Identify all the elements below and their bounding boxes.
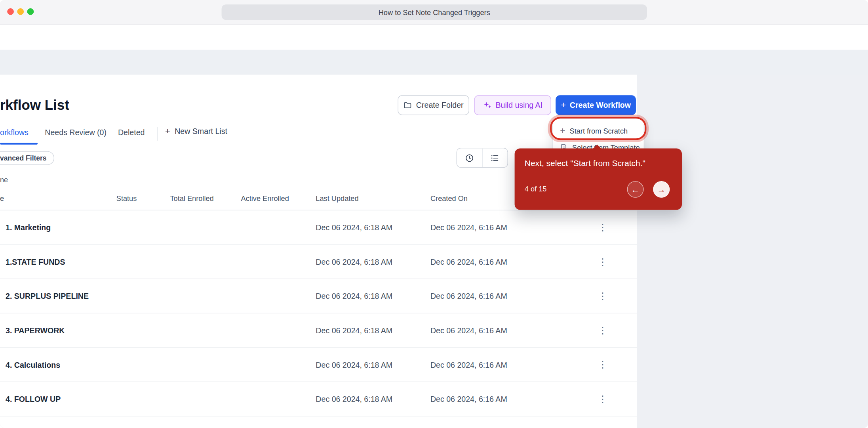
advanced-filters-button[interactable]: vanced Filters <box>0 151 54 165</box>
list-view-button[interactable] <box>482 148 507 167</box>
create-workflow-label: Create Workflow <box>570 101 631 109</box>
workflow-name[interactable]: 1.STATE FUNDS <box>6 257 65 266</box>
column-header-name[interactable]: e <box>0 194 4 203</box>
tooltip-caret <box>593 145 602 149</box>
zoom-window-button[interactable] <box>27 8 34 15</box>
workflow-last-updated: Dec 06 2024, 6:18 AM <box>316 223 392 231</box>
clock-icon <box>465 153 474 162</box>
list-icon <box>490 153 500 162</box>
workflow-last-updated: Dec 06 2024, 6:18 AM <box>316 360 392 369</box>
column-header-total-enrolled[interactable]: Total Enrolled <box>170 194 213 203</box>
view-toggle-group <box>457 148 508 168</box>
create-folder-button[interactable]: Create Folder <box>398 95 469 115</box>
row-menu-button[interactable]: ⋮ <box>594 223 612 232</box>
workflow-name[interactable]: 4. FOLLOW UP <box>6 395 61 403</box>
plus-icon: + <box>560 126 565 135</box>
build-using-ai-button[interactable]: Build using AI <box>474 95 551 115</box>
tab-divider <box>157 127 158 141</box>
workflow-last-updated: Dec 06 2024, 6:18 AM <box>316 395 392 403</box>
minimize-window-button[interactable] <box>17 8 24 15</box>
workflow-name[interactable]: 3. PAPERWORK <box>6 326 65 334</box>
start-from-scratch-label: Start from Scratch <box>570 126 628 135</box>
create-workflow-button[interactable]: + Create Workflow <box>556 95 636 115</box>
plus-icon: + <box>165 127 170 136</box>
workflow-created-on: Dec 06 2024, 6:16 AM <box>430 257 507 266</box>
column-header-active-enrolled[interactable]: Active Enrolled <box>241 194 289 203</box>
tooltip-next-button[interactable]: → <box>653 181 670 198</box>
window-title: How to Set Note Changed Triggers <box>222 4 647 20</box>
row-menu-button[interactable]: ⋮ <box>594 360 612 369</box>
workflow-table-body: 1. Marketing Dec 06 2024, 6:18 AM Dec 06… <box>0 210 637 417</box>
tab-needs-review[interactable]: Needs Review (0) <box>45 128 107 137</box>
window-titlebar: How to Set Note Changed Triggers <box>0 0 868 25</box>
column-header-created-on[interactable]: Created On <box>430 194 468 203</box>
row-menu-button[interactable]: ⋮ <box>594 394 612 404</box>
table-row[interactable]: 1.STATE FUNDS Dec 06 2024, 6:18 AM Dec 0… <box>0 245 637 279</box>
column-header-last-updated[interactable]: Last Updated <box>316 194 358 203</box>
folder-icon <box>404 101 412 109</box>
workflow-last-updated: Dec 06 2024, 6:18 AM <box>316 257 392 266</box>
partial-name-label: ne <box>0 176 8 184</box>
build-using-ai-label: Build using AI <box>495 101 542 109</box>
row-menu-button[interactable]: ⋮ <box>594 291 612 301</box>
tooltip-prev-button[interactable]: ← <box>627 181 644 198</box>
workflow-created-on: Dec 06 2024, 6:16 AM <box>430 395 507 403</box>
tooltip-step-counter: 4 of 15 <box>525 185 547 193</box>
page-title: rkflow List <box>0 97 69 113</box>
create-folder-label: Create Folder <box>416 101 464 109</box>
row-menu-button[interactable]: ⋮ <box>594 257 612 266</box>
workflow-created-on: Dec 06 2024, 6:16 AM <box>430 223 507 231</box>
tab-deleted[interactable]: Deleted <box>118 128 145 137</box>
close-window-button[interactable] <box>7 8 14 15</box>
plus-icon: + <box>561 101 566 109</box>
row-menu-button[interactable]: ⋮ <box>594 326 612 335</box>
workflow-created-on: Dec 06 2024, 6:16 AM <box>430 326 507 334</box>
workflow-created-on: Dec 06 2024, 6:16 AM <box>430 360 507 369</box>
arrow-left-icon: ← <box>631 185 640 194</box>
workflow-name[interactable]: 1. Marketing <box>6 223 51 231</box>
sparkle-icon <box>483 101 491 109</box>
arrow-right-icon: → <box>657 185 666 194</box>
workflow-created-on: Dec 06 2024, 6:16 AM <box>430 292 507 300</box>
new-smart-list-label: New Smart List <box>175 127 227 136</box>
app-header: KC <box>0 25 868 50</box>
column-header-status[interactable]: Status <box>116 194 137 203</box>
table-row[interactable]: 4. Calculations Dec 06 2024, 6:18 AM Dec… <box>0 348 637 382</box>
workflow-name[interactable]: 2. SURPLUS PIPELINE <box>6 292 89 300</box>
tutorial-tooltip: Next, select "Start from Scratch." 4 of … <box>515 148 682 210</box>
menu-item-start-from-scratch[interactable]: + Start from Scratch <box>553 122 643 139</box>
browser-window: How to Set Note Changed Triggers KC rkfl… <box>0 0 868 428</box>
table-row[interactable]: 4. FOLLOW UP Dec 06 2024, 6:18 AM Dec 06… <box>0 382 637 417</box>
toolbar-band <box>0 50 868 75</box>
active-tab-underline <box>0 143 38 144</box>
history-view-button[interactable] <box>457 148 482 167</box>
workflow-last-updated: Dec 06 2024, 6:18 AM <box>316 292 392 300</box>
new-smart-list-button[interactable]: + New Smart List <box>165 127 227 136</box>
workflow-last-updated: Dec 06 2024, 6:18 AM <box>316 326 392 334</box>
workflow-name[interactable]: 4. Calculations <box>6 360 60 369</box>
tab-workflows[interactable]: orkflows <box>0 128 29 137</box>
table-row[interactable]: 2. SURPLUS PIPELINE Dec 06 2024, 6:18 AM… <box>0 279 637 313</box>
table-row[interactable]: 1. Marketing Dec 06 2024, 6:18 AM Dec 06… <box>0 210 637 245</box>
tooltip-message: Next, select "Start from Scratch." <box>525 158 673 169</box>
table-row[interactable]: 3. PAPERWORK Dec 06 2024, 6:18 AM Dec 06… <box>0 313 637 348</box>
